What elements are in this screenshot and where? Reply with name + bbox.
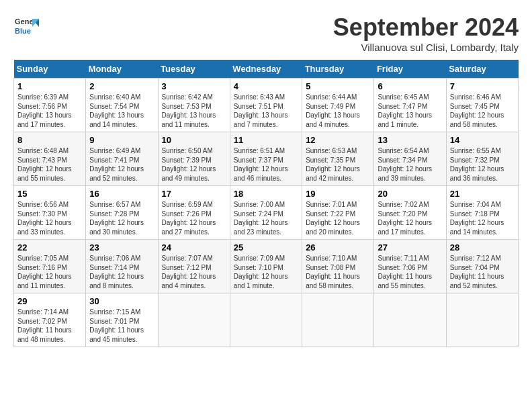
- day-number: 24: [162, 242, 226, 253]
- day-info: Sunrise: 7:12 AM Sunset: 7:04 PM Dayligh…: [450, 254, 515, 290]
- table-row: 16Sunrise: 6:57 AM Sunset: 7:28 PM Dayli…: [86, 186, 158, 240]
- day-number: 23: [89, 242, 154, 253]
- day-info: Sunrise: 7:07 AM Sunset: 7:12 PM Dayligh…: [162, 254, 226, 290]
- col-tuesday: Tuesday: [158, 60, 230, 79]
- day-info: Sunrise: 6:55 AM Sunset: 7:32 PM Dayligh…: [450, 146, 515, 183]
- table-row: [230, 293, 302, 347]
- table-row: 23Sunrise: 7:06 AM Sunset: 7:14 PM Dayli…: [86, 240, 158, 293]
- table-row: 4Sunrise: 6:43 AM Sunset: 7:51 PM Daylig…: [230, 79, 302, 132]
- day-number: 2: [89, 81, 154, 91]
- page-header: General Blue September 2024 Villanuova s…: [13, 13, 519, 53]
- day-number: 22: [17, 242, 82, 253]
- day-number: 5: [306, 81, 370, 91]
- day-info: Sunrise: 7:15 AM Sunset: 7:01 PM Dayligh…: [89, 308, 154, 344]
- day-info: Sunrise: 7:01 AM Sunset: 7:22 PM Dayligh…: [306, 200, 370, 236]
- day-number: 4: [234, 81, 298, 91]
- day-number: 1: [17, 81, 82, 91]
- day-info: Sunrise: 6:44 AM Sunset: 7:49 PM Dayligh…: [306, 93, 370, 129]
- calendar-row: 15Sunrise: 6:56 AM Sunset: 7:30 PM Dayli…: [14, 186, 519, 240]
- table-row: 15Sunrise: 6:56 AM Sunset: 7:30 PM Dayli…: [14, 186, 86, 240]
- day-info: Sunrise: 6:57 AM Sunset: 7:28 PM Dayligh…: [89, 200, 154, 236]
- col-wednesday: Wednesday: [230, 60, 302, 79]
- calendar-table: Sunday Monday Tuesday Wednesday Thursday…: [13, 60, 519, 347]
- table-row: 30Sunrise: 7:15 AM Sunset: 7:01 PM Dayli…: [86, 293, 158, 347]
- logo-icon: General Blue: [13, 13, 39, 39]
- day-number: 17: [162, 189, 226, 199]
- table-row: 3Sunrise: 6:42 AM Sunset: 7:53 PM Daylig…: [158, 79, 230, 132]
- table-row: 25Sunrise: 7:09 AM Sunset: 7:10 PM Dayli…: [230, 240, 302, 293]
- table-row: [158, 293, 230, 347]
- table-row: 17Sunrise: 6:59 AM Sunset: 7:26 PM Dayli…: [158, 186, 230, 240]
- day-number: 16: [89, 189, 154, 199]
- day-number: 11: [234, 135, 298, 145]
- table-row: 11Sunrise: 6:51 AM Sunset: 7:37 PM Dayli…: [230, 132, 302, 186]
- location-title: Villanuova sul Clisi, Lombardy, Italy: [333, 42, 519, 53]
- table-row: [446, 293, 518, 347]
- day-info: Sunrise: 7:00 AM Sunset: 7:24 PM Dayligh…: [234, 200, 298, 236]
- table-row: 13Sunrise: 6:54 AM Sunset: 7:34 PM Dayli…: [374, 132, 446, 186]
- table-row: 28Sunrise: 7:12 AM Sunset: 7:04 PM Dayli…: [446, 240, 518, 293]
- day-info: Sunrise: 6:42 AM Sunset: 7:53 PM Dayligh…: [162, 93, 226, 129]
- day-info: Sunrise: 7:05 AM Sunset: 7:16 PM Dayligh…: [17, 254, 82, 290]
- day-number: 21: [450, 189, 515, 199]
- day-info: Sunrise: 6:49 AM Sunset: 7:41 PM Dayligh…: [89, 146, 154, 183]
- table-row: 21Sunrise: 7:04 AM Sunset: 7:18 PM Dayli…: [446, 186, 518, 240]
- table-row: 27Sunrise: 7:11 AM Sunset: 7:06 PM Dayli…: [374, 240, 446, 293]
- table-row: 12Sunrise: 6:53 AM Sunset: 7:35 PM Dayli…: [302, 132, 374, 186]
- day-info: Sunrise: 6:56 AM Sunset: 7:30 PM Dayligh…: [17, 200, 82, 236]
- day-number: 19: [306, 189, 370, 199]
- table-row: 2Sunrise: 6:40 AM Sunset: 7:54 PM Daylig…: [86, 79, 158, 132]
- day-number: 30: [89, 296, 154, 306]
- table-row: 7Sunrise: 6:46 AM Sunset: 7:45 PM Daylig…: [446, 79, 518, 132]
- table-row: 9Sunrise: 6:49 AM Sunset: 7:41 PM Daylig…: [86, 132, 158, 186]
- day-number: 7: [450, 81, 515, 91]
- calendar-row: 1Sunrise: 6:39 AM Sunset: 7:56 PM Daylig…: [14, 79, 519, 132]
- svg-text:Blue: Blue: [15, 27, 31, 35]
- table-row: [374, 293, 446, 347]
- day-number: 14: [450, 135, 515, 145]
- day-number: 6: [378, 81, 442, 91]
- day-number: 9: [89, 135, 154, 145]
- day-number: 25: [234, 242, 298, 253]
- table-row: 1Sunrise: 6:39 AM Sunset: 7:56 PM Daylig…: [14, 79, 86, 132]
- day-number: 8: [17, 135, 82, 145]
- day-number: 27: [378, 242, 442, 253]
- days-header-row: Sunday Monday Tuesday Wednesday Thursday…: [14, 60, 519, 79]
- day-number: 28: [450, 242, 515, 253]
- table-row: 10Sunrise: 6:50 AM Sunset: 7:39 PM Dayli…: [158, 132, 230, 186]
- month-title: September 2024: [333, 13, 519, 42]
- day-info: Sunrise: 6:54 AM Sunset: 7:34 PM Dayligh…: [378, 146, 442, 183]
- logo: General Blue: [13, 13, 39, 39]
- title-block: September 2024 Villanuova sul Clisi, Lom…: [333, 13, 519, 53]
- col-sunday: Sunday: [14, 60, 86, 79]
- table-row: [302, 293, 374, 347]
- day-info: Sunrise: 6:53 AM Sunset: 7:35 PM Dayligh…: [306, 146, 370, 183]
- table-row: 19Sunrise: 7:01 AM Sunset: 7:22 PM Dayli…: [302, 186, 374, 240]
- day-number: 10: [162, 135, 226, 145]
- table-row: 5Sunrise: 6:44 AM Sunset: 7:49 PM Daylig…: [302, 79, 374, 132]
- table-row: 20Sunrise: 7:02 AM Sunset: 7:20 PM Dayli…: [374, 186, 446, 240]
- table-row: 29Sunrise: 7:14 AM Sunset: 7:02 PM Dayli…: [14, 293, 86, 347]
- day-number: 13: [378, 135, 442, 145]
- day-info: Sunrise: 6:50 AM Sunset: 7:39 PM Dayligh…: [162, 146, 226, 183]
- day-info: Sunrise: 7:04 AM Sunset: 7:18 PM Dayligh…: [450, 200, 515, 236]
- day-info: Sunrise: 7:06 AM Sunset: 7:14 PM Dayligh…: [89, 254, 154, 290]
- day-info: Sunrise: 6:51 AM Sunset: 7:37 PM Dayligh…: [234, 146, 298, 183]
- day-info: Sunrise: 7:14 AM Sunset: 7:02 PM Dayligh…: [17, 308, 82, 344]
- day-info: Sunrise: 6:45 AM Sunset: 7:47 PM Dayligh…: [378, 93, 442, 129]
- day-number: 12: [306, 135, 370, 145]
- day-number: 18: [234, 189, 298, 199]
- col-monday: Monday: [86, 60, 158, 79]
- table-row: 26Sunrise: 7:10 AM Sunset: 7:08 PM Dayli…: [302, 240, 374, 293]
- day-info: Sunrise: 6:43 AM Sunset: 7:51 PM Dayligh…: [234, 93, 298, 129]
- day-number: 3: [162, 81, 226, 91]
- day-info: Sunrise: 7:09 AM Sunset: 7:10 PM Dayligh…: [234, 254, 298, 290]
- calendar-row: 8Sunrise: 6:48 AM Sunset: 7:43 PM Daylig…: [14, 132, 519, 186]
- day-info: Sunrise: 7:02 AM Sunset: 7:20 PM Dayligh…: [378, 200, 442, 236]
- day-info: Sunrise: 6:48 AM Sunset: 7:43 PM Dayligh…: [17, 146, 82, 183]
- col-friday: Friday: [374, 60, 446, 79]
- table-row: 24Sunrise: 7:07 AM Sunset: 7:12 PM Dayli…: [158, 240, 230, 293]
- table-row: 22Sunrise: 7:05 AM Sunset: 7:16 PM Dayli…: [14, 240, 86, 293]
- day-number: 26: [306, 242, 370, 253]
- col-thursday: Thursday: [302, 60, 374, 79]
